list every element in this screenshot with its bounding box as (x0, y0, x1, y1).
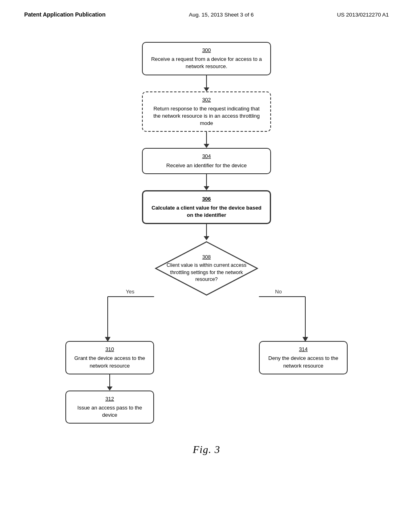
box-314-text: Deny the device access to the network re… (268, 355, 338, 368)
box-306-label: 306 (150, 195, 263, 203)
arrow-4 (204, 224, 209, 240)
no-label: No (275, 289, 282, 295)
line-1 (206, 75, 207, 87)
box-302: 302 Return response to the request indic… (142, 91, 271, 132)
arrow-3 (204, 174, 209, 190)
box-300-text: Receive a request from a device for acce… (151, 56, 262, 69)
diagram-area: 300 Receive a request from a device for … (0, 42, 413, 456)
header: Patent Application Publication Aug. 15, … (0, 0, 413, 18)
header-center: Aug. 15, 2013 Sheet 3 of 6 (189, 12, 254, 18)
arrowhead-5 (107, 387, 113, 391)
diamond-308-label: 308 (166, 254, 247, 261)
header-right: US 2013/0212270 A1 (337, 12, 389, 18)
box-312-text: Issue an access pass to the device (77, 405, 142, 418)
box-312-label: 312 (73, 395, 147, 403)
box-302-label: 302 (149, 96, 264, 104)
branch-right: 314 Deny the device access to the networ… (251, 341, 356, 374)
box-310-text: Grant the device access to the network r… (74, 355, 145, 368)
arrowhead-2 (204, 144, 209, 148)
box-312: 312 Issue an access pass to the device (65, 391, 154, 424)
arrowhead-4 (204, 236, 209, 240)
arrow-1 (204, 75, 209, 91)
arrow-2 (204, 132, 209, 148)
box-304-text: Receive an identifier for the device (166, 162, 246, 168)
diamond-wrapper: 308 Client value is within current acces… (45, 240, 368, 297)
box-300-label: 300 (149, 47, 264, 54)
box-306: 306 Calculate a client value for the dev… (142, 190, 271, 224)
box-304: 304 Receive an identifier for the device (142, 148, 271, 174)
arrow-5 (107, 374, 113, 391)
box-300: 300 Receive a request from a device for … (142, 42, 271, 75)
line-3 (206, 174, 207, 186)
branch-left: 310 Grant the device access to the netwo… (57, 341, 162, 424)
line-2 (206, 132, 207, 144)
line-4 (206, 224, 207, 236)
box-306-text: Calculate a client value for the device … (152, 205, 261, 218)
diamond-308-text: 308 Client value is within current acces… (154, 254, 259, 283)
diamond-308: 308 Client value is within current acces… (154, 240, 259, 297)
yes-label: Yes (126, 289, 135, 295)
line-5 (109, 374, 110, 387)
figure-label: Fig. 3 (193, 444, 220, 456)
branch-row: 310 Grant the device access to the netwo… (45, 341, 368, 424)
header-left: Patent Application Publication (24, 11, 106, 18)
diamond-308-content: Client value is within current access th… (167, 262, 246, 282)
box-310: 310 Grant the device access to the netwo… (65, 341, 154, 374)
branch-section: 308 Client value is within current acces… (45, 240, 368, 424)
arrowhead-1 (204, 87, 209, 91)
box-314: 314 Deny the device access to the networ… (259, 341, 348, 374)
arrowhead-3 (204, 186, 209, 190)
box-310-label: 310 (73, 346, 147, 353)
box-304-label: 304 (149, 153, 264, 160)
box-314-label: 314 (266, 346, 340, 353)
box-302-text: Return response to the request indicatin… (153, 106, 260, 126)
